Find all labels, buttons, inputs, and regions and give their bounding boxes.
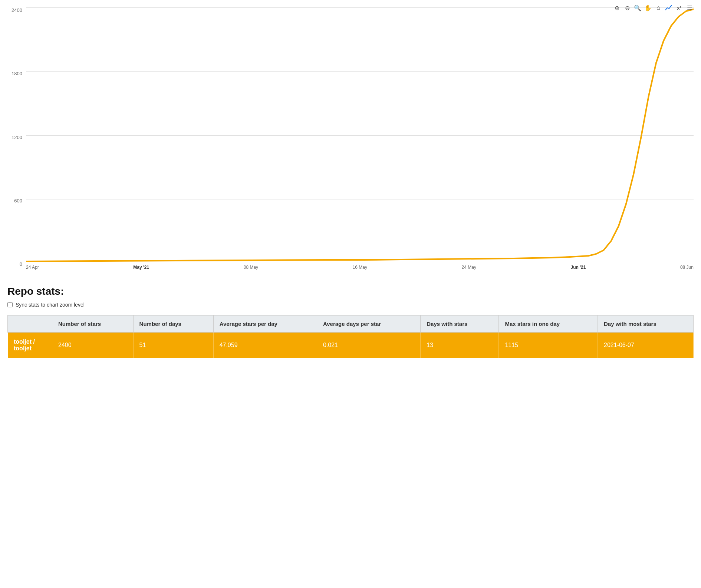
home-icon[interactable]: ⌂ — [654, 4, 662, 12]
cell-num-days: 51 — [133, 333, 213, 358]
cell-num-stars: 2400 — [52, 333, 134, 358]
col-header-num-days: Number of days — [133, 316, 213, 333]
x-axis: 24 Apr May '21 08 May 16 May 24 May Jun … — [26, 263, 694, 274]
y-axis-labels: 0 600 1200 1800 2400 — [4, 7, 22, 274]
zoom-out-icon[interactable]: ⊖ — [623, 4, 631, 12]
col-header-avg-days-star: Average days per star — [317, 316, 420, 333]
x-label-16may: 16 May — [353, 265, 367, 270]
cell-max-stars: 1115 — [499, 333, 598, 358]
y-label-0: 0 — [4, 261, 22, 267]
chart-toolbar: ⊕ ⊖ 🔍 ✋ ⌂ x¹ ☰ — [613, 4, 694, 12]
menu-icon[interactable]: ☰ — [685, 4, 694, 12]
pan-icon[interactable]: ✋ — [644, 4, 652, 12]
y-label-1200: 1200 — [4, 135, 22, 140]
col-header-0 — [8, 316, 52, 333]
x-label-jun21: Jun '21 — [570, 265, 586, 270]
chart-line-icon[interactable] — [665, 4, 673, 12]
col-header-max-stars: Max stars in one day — [499, 316, 598, 333]
stats-title: Repo stats: — [7, 285, 694, 297]
cell-avg-days-star: 0.021 — [317, 333, 420, 358]
x-label-08may: 08 May — [244, 265, 258, 270]
row-label: tooljet / tooljet — [8, 333, 52, 358]
sync-checkbox-row: Sync stats to chart zoom level — [7, 302, 694, 308]
y-label-600: 600 — [4, 198, 22, 204]
x-label-08jun: 08 Jun — [680, 265, 694, 270]
y-label-1800: 1800 — [4, 71, 22, 76]
col-header-days-stars: Days with stars — [421, 316, 499, 333]
cell-days-stars: 13 — [421, 333, 499, 358]
chart-container: ⊕ ⊖ 🔍 ✋ ⌂ x¹ ☰ 0 600 1200 1800 2400 — [0, 0, 701, 274]
chart-area: 0 600 1200 1800 2400 24 Apr May '21 08 M — [26, 7, 694, 274]
sync-checkbox[interactable] — [7, 302, 13, 307]
reset-axis-icon[interactable]: x¹ — [675, 4, 683, 12]
stats-table: Number of stars Number of days Average s… — [7, 315, 694, 358]
search-icon[interactable]: 🔍 — [633, 4, 642, 12]
x-label-24may: 24 May — [462, 265, 476, 270]
x-label-may21: May '21 — [133, 265, 149, 270]
zoom-in-icon[interactable]: ⊕ — [613, 4, 621, 12]
sync-label[interactable]: Sync stats to chart zoom level — [16, 302, 85, 308]
col-header-day-most: Day with most stars — [598, 316, 694, 333]
y-label-2400: 2400 — [4, 7, 22, 13]
col-header-avg-stars-day: Average stars per day — [213, 316, 317, 333]
cell-avg-stars-day: 47.059 — [213, 333, 317, 358]
col-header-num-stars: Number of stars — [52, 316, 134, 333]
stats-section: Repo stats: Sync stats to chart zoom lev… — [0, 274, 701, 366]
cell-day-most: 2021-06-07 — [598, 333, 694, 358]
table-row: tooljet / tooljet 2400 51 47.059 0.021 1… — [8, 333, 694, 358]
chart-svg — [26, 7, 694, 263]
x-label-24apr: 24 Apr — [26, 265, 39, 270]
table-header-row: Number of stars Number of days Average s… — [8, 316, 694, 333]
